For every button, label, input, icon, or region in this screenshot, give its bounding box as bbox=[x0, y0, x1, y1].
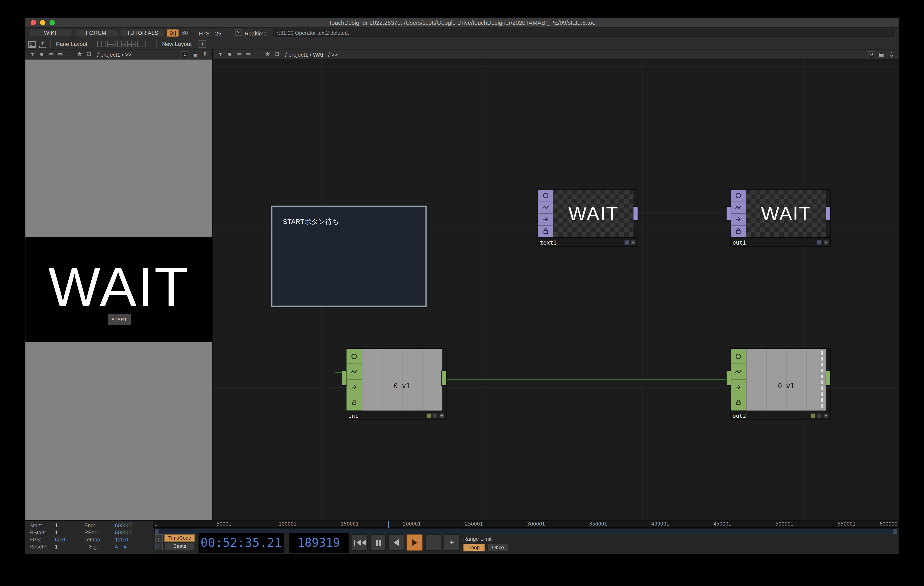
node-add-icon[interactable]: + bbox=[823, 413, 828, 418]
collapse-pane-icon[interactable]: ⇩ bbox=[201, 50, 208, 59]
node-out2[interactable]: 0 v1 out2 + bbox=[731, 349, 830, 420]
node-flag-column[interactable] bbox=[538, 190, 553, 237]
jump-to-start-button[interactable] bbox=[352, 534, 368, 551]
resetf-value[interactable]: 1 bbox=[55, 544, 58, 550]
add-bookmark-icon[interactable]: + bbox=[253, 49, 262, 59]
image-icon[interactable] bbox=[28, 40, 36, 51]
node-name-bar[interactable]: in1 + bbox=[346, 411, 446, 420]
bookmark-icon[interactable]: ★ bbox=[263, 49, 272, 59]
performance-monitor-badge[interactable]: O|| bbox=[167, 30, 178, 36]
once-button[interactable]: Once bbox=[487, 544, 508, 551]
node-add-icon[interactable]: + bbox=[439, 413, 444, 418]
output-connector[interactable] bbox=[826, 371, 830, 385]
right-pane-path[interactable]: / project1 / WAIT / >> bbox=[285, 51, 338, 58]
forward-icon[interactable]: ⇨ bbox=[244, 49, 253, 59]
input-connector[interactable] bbox=[727, 371, 731, 385]
node-viewer[interactable]: 0 v1 bbox=[746, 349, 826, 410]
node-flag-column[interactable] bbox=[731, 349, 746, 410]
timecode-button[interactable]: TimeCode bbox=[164, 534, 195, 542]
node-color-swatch[interactable] bbox=[810, 413, 815, 418]
wiki-button[interactable]: WIKI bbox=[29, 29, 71, 37]
start-value[interactable]: 1 bbox=[55, 523, 58, 528]
start-button[interactable]: START bbox=[108, 314, 131, 325]
timeline-ruler[interactable]: 1500011000011500012000012500013000013500… bbox=[153, 521, 899, 528]
wire-in1-input-stub[interactable] bbox=[335, 372, 342, 373]
node-name-bar[interactable]: out1 + bbox=[731, 237, 830, 246]
node-color-swatch[interactable] bbox=[817, 240, 822, 245]
op-menu-icon[interactable]: ⊡ bbox=[84, 49, 94, 59]
forward-icon[interactable]: ⇨ bbox=[56, 49, 65, 59]
lock-flag-icon[interactable] bbox=[346, 395, 362, 410]
playhead[interactable] bbox=[388, 521, 389, 528]
lock-flag-icon[interactable] bbox=[731, 226, 746, 237]
viewer-flag-icon[interactable] bbox=[538, 190, 553, 202]
beats-button[interactable]: Beats bbox=[164, 543, 195, 550]
pane-type-dropdown-icon[interactable]: ▾ bbox=[28, 49, 37, 59]
frame-counter[interactable]: 189319 bbox=[289, 533, 349, 553]
output-connector[interactable] bbox=[826, 207, 830, 220]
timecode-mode-icon[interactable]: / bbox=[155, 534, 163, 542]
pause-button[interactable] bbox=[370, 534, 386, 551]
forum-button[interactable]: FORUM bbox=[75, 29, 117, 37]
tutorials-button[interactable]: TUTORIALS bbox=[121, 29, 164, 37]
network-comment-box[interactable]: STARTボタン待ち bbox=[271, 206, 427, 307]
rend-value[interactable]: 600000 bbox=[115, 530, 132, 535]
window-titlebar[interactable]: TouchDesigner 2022.25370: /Users/scott/G… bbox=[25, 18, 899, 28]
step-forward-button[interactable]: + bbox=[444, 534, 460, 551]
layout-preset-icon[interactable] bbox=[107, 41, 116, 47]
tsig-value[interactable]: 4 4 bbox=[115, 544, 127, 550]
rstart-value[interactable]: 1 bbox=[55, 530, 58, 535]
input-connector[interactable] bbox=[342, 371, 346, 385]
display-flag-icon[interactable] bbox=[731, 364, 746, 380]
left-pane-path[interactable]: / project1 / >> bbox=[97, 51, 132, 58]
display-flag-icon[interactable] bbox=[731, 202, 746, 214]
add-bookmark-icon[interactable]: + bbox=[66, 49, 75, 59]
viewer-flag-icon[interactable] bbox=[346, 349, 362, 364]
lock-flag-icon[interactable] bbox=[538, 226, 553, 237]
node-out1[interactable]: WAIT out1 + bbox=[731, 190, 830, 246]
node-viewer[interactable]: WAIT bbox=[553, 190, 634, 237]
render-flag-icon[interactable] bbox=[538, 214, 553, 226]
viewer-toggle-icon[interactable]: ▣ bbox=[191, 50, 198, 59]
network-editor-pane[interactable]: STARTボタン待ち WAIT text1 bbox=[213, 59, 899, 520]
input-connector[interactable] bbox=[727, 207, 731, 220]
node-add-icon[interactable]: + bbox=[823, 240, 828, 245]
play-reverse-button[interactable] bbox=[388, 534, 404, 551]
step-back-button[interactable]: – bbox=[426, 534, 441, 551]
fps-value[interactable]: 60.0 bbox=[55, 537, 65, 543]
viewer-flag-icon[interactable] bbox=[731, 190, 746, 202]
export-flag-icon[interactable] bbox=[731, 380, 746, 395]
node-flag-column[interactable] bbox=[346, 349, 362, 410]
upload-icon[interactable] bbox=[39, 40, 46, 51]
lock-flag-icon[interactable] bbox=[731, 395, 746, 410]
node-text1[interactable]: WAIT text1 + bbox=[538, 190, 637, 246]
wire-text1-out1[interactable] bbox=[637, 213, 726, 214]
output-connector[interactable] bbox=[634, 207, 637, 220]
node-name-bar[interactable]: text1 + bbox=[538, 237, 637, 246]
layout-preset-icon[interactable] bbox=[117, 41, 125, 47]
wire-in1-out2[interactable] bbox=[446, 379, 727, 380]
viewer-toggle-icon[interactable]: ▣ bbox=[878, 50, 885, 59]
export-flag-icon[interactable] bbox=[346, 380, 362, 395]
end-value[interactable]: 600000 bbox=[115, 523, 132, 528]
layout-preset-icon[interactable] bbox=[97, 41, 106, 47]
realtime-checkbox[interactable]: × bbox=[235, 30, 242, 36]
display-flag-icon[interactable] bbox=[346, 364, 362, 380]
panel-viewer-pane[interactable]: WAIT START bbox=[25, 59, 213, 520]
node-name-bar[interactable]: out2 + bbox=[731, 411, 830, 420]
node-color-swatch[interactable] bbox=[624, 240, 629, 245]
output-connector[interactable] bbox=[442, 371, 446, 385]
back-icon[interactable]: ⇦ bbox=[46, 49, 56, 59]
beats-mode-icon[interactable]: i bbox=[155, 543, 163, 550]
layout-preset-icon[interactable] bbox=[137, 41, 145, 47]
node-add-icon[interactable]: + bbox=[630, 240, 636, 245]
collapse-pane-icon[interactable]: ⇩ bbox=[888, 50, 895, 59]
op-menu-icon[interactable]: ⊡ bbox=[272, 49, 282, 59]
display-flag-icon[interactable] bbox=[538, 202, 553, 214]
node-viewer[interactable]: 0 v1 bbox=[362, 349, 442, 410]
depth-indicator[interactable]: 0 bbox=[182, 51, 188, 58]
node-flag-column[interactable] bbox=[731, 190, 746, 237]
node-in1[interactable]: 0 v1 in1 + bbox=[346, 349, 446, 420]
add-layout-button[interactable]: + bbox=[198, 40, 206, 48]
render-flag-icon[interactable] bbox=[731, 214, 746, 226]
